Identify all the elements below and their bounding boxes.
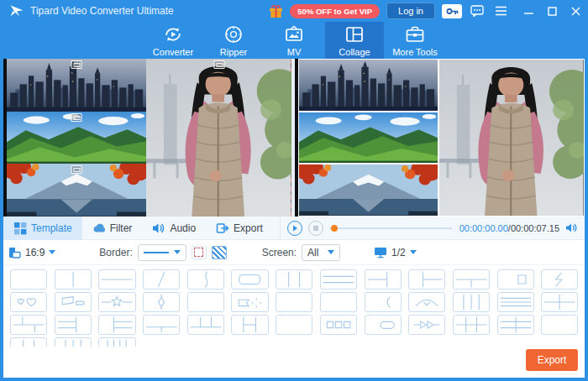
template-thumb-single[interactable]	[10, 269, 47, 290]
play-button[interactable]	[287, 221, 302, 236]
template-thumb-split-h[interactable]	[98, 269, 135, 290]
page-selector[interactable]: 1/2	[374, 247, 417, 258]
nav-tab-converter[interactable]: Converter	[144, 22, 202, 59]
video-cell-mountain[interactable]	[7, 112, 146, 164]
template-thumb-capsules[interactable]	[365, 315, 402, 335]
tab-label: Export	[234, 222, 263, 234]
collage-edit-canvas[interactable]	[3, 59, 291, 217]
template-thumb-rows-3[interactable]	[320, 269, 357, 290]
template-thumb-cols-5[interactable]	[98, 337, 135, 347]
template-thumb-clover[interactable]	[320, 292, 357, 312]
login-button[interactable]: Log in	[386, 3, 435, 19]
template-thumb-grid-2x3w[interactable]	[497, 315, 534, 335]
template-thumb-diagonal[interactable]	[143, 269, 180, 290]
ripper-icon	[223, 23, 244, 45]
template-thumb-circle-square[interactable]	[497, 269, 534, 290]
template-thumb-flags[interactable]	[55, 292, 92, 312]
minimize-button[interactable]	[522, 5, 534, 17]
nav-tab-collage[interactable]: Collage	[325, 22, 384, 59]
template-thumb-curve[interactable]	[187, 269, 224, 290]
video-cell-city[interactable]	[7, 59, 146, 112]
dashed-square-icon	[194, 248, 203, 257]
tab-filter[interactable]: Filter	[82, 217, 143, 240]
stop-button[interactable]	[308, 221, 323, 236]
export-zone: Export	[3, 347, 585, 376]
titlebar: Tipard Video Converter Ultimate 50% OFF …	[0, 0, 588, 22]
template-thumb-right-rows[interactable]	[408, 269, 445, 290]
template-thumb-cross-2x2[interactable]	[541, 292, 578, 312]
video-cell-mountain	[298, 112, 438, 164]
close-button[interactable]	[570, 5, 581, 17]
tab-label: Audio	[170, 222, 196, 234]
template-thumb-rounded-inset[interactable]	[231, 269, 268, 290]
feedback-button[interactable]	[469, 4, 486, 18]
template-thumb-rows-4[interactable]	[497, 292, 534, 312]
video-cell-woman[interactable]	[146, 59, 291, 217]
progress-slider[interactable]	[329, 224, 452, 232]
nav-tab-ripper[interactable]: Ripper	[204, 22, 263, 59]
template-thumb-circles-2[interactable]	[187, 292, 224, 312]
cell-source-badge[interactable]	[71, 165, 82, 174]
template-thumb-dots[interactable]	[541, 315, 578, 335]
tab-export[interactable]: Export	[206, 217, 273, 240]
chevron-down-icon	[328, 250, 334, 254]
template-thumb-split-v[interactable]	[55, 269, 92, 290]
gift-icon[interactable]	[269, 4, 283, 18]
template-thumb-left-rows[interactable]	[365, 269, 402, 290]
cell-source-badge[interactable]	[71, 60, 82, 69]
template-thumb-col-rows-right[interactable]	[98, 315, 135, 335]
cell-source-badge[interactable]	[71, 113, 82, 122]
template-row	[10, 315, 580, 335]
video-cell-autumn[interactable]	[7, 164, 146, 217]
nav-tab-label: Ripper	[220, 47, 247, 57]
chat-icon	[470, 5, 484, 17]
template-thumb-cols-4[interactable]	[55, 337, 92, 347]
feature-tabs: TemplateFilterAudioExport	[3, 217, 280, 240]
template-thumb-play-arrows[interactable]	[408, 315, 445, 335]
template-thumb-flag-gear[interactable]	[231, 292, 268, 312]
template-thumb-blob-paren[interactable]	[365, 292, 402, 312]
register-key-button[interactable]	[442, 4, 462, 18]
border-color-button[interactable]	[212, 246, 227, 259]
template-thumb-rows-left-col[interactable]	[55, 315, 92, 335]
template-thumb-star-line[interactable]	[98, 292, 135, 312]
collage-preview-player[interactable]	[295, 59, 585, 217]
maximize-button[interactable]	[546, 5, 558, 17]
template-thumb-grid-offset[interactable]	[10, 315, 47, 335]
template-thumb-bottom-col[interactable]	[453, 269, 490, 290]
template-thumb-circles-3[interactable]	[276, 315, 312, 335]
aspect-ratio-dropdown[interactable]: 16:9	[8, 247, 55, 258]
tab-template[interactable]: Template	[3, 217, 82, 240]
slider-thumb[interactable]	[331, 225, 338, 232]
export-button[interactable]: Export	[526, 349, 578, 371]
menu-button[interactable]	[492, 4, 509, 18]
vip-offer-badge[interactable]: 50% OFF to Get VIP	[290, 4, 380, 18]
screen-dropdown[interactable]: All	[302, 244, 340, 261]
cell-source-badge[interactable]	[213, 60, 224, 69]
template-thumb-diamond-line[interactable]	[143, 292, 180, 312]
border-toggle-button[interactable]	[192, 246, 207, 259]
nav-tab-more-tools[interactable]: More Tools	[386, 22, 444, 59]
export-icon	[216, 222, 229, 235]
tab-label: Template	[31, 222, 72, 234]
template-thumb-cols-4[interactable]	[453, 292, 490, 312]
template-thumb-cols-3[interactable]	[276, 269, 312, 290]
template-thumb-cols-3[interactable]	[10, 337, 47, 347]
template-thumb-rings-2[interactable]	[276, 292, 312, 312]
border-style-dropdown[interactable]	[138, 244, 186, 261]
template-row	[10, 292, 580, 312]
nav-tab-mv[interactable]: MV	[265, 22, 323, 59]
volume-icon[interactable]	[565, 222, 578, 233]
template-thumb-hearts[interactable]	[10, 292, 47, 312]
template-thumb-h-split[interactable]	[231, 315, 268, 335]
template-thumb-lightning[interactable]	[541, 269, 578, 290]
template-thumb-squares-3[interactable]	[320, 315, 357, 335]
nav-tab-label: Converter	[153, 47, 193, 57]
template-thumb-bottom-split-low[interactable]	[143, 315, 180, 335]
border-line-sample	[144, 252, 169, 253]
slider-track	[329, 227, 452, 229]
template-thumb-top-cols-3[interactable]	[187, 315, 224, 335]
template-thumb-grid-3x2[interactable]	[453, 315, 490, 335]
template-thumb-heart-arc[interactable]	[408, 292, 445, 312]
tab-audio[interactable]: Audio	[142, 217, 206, 240]
